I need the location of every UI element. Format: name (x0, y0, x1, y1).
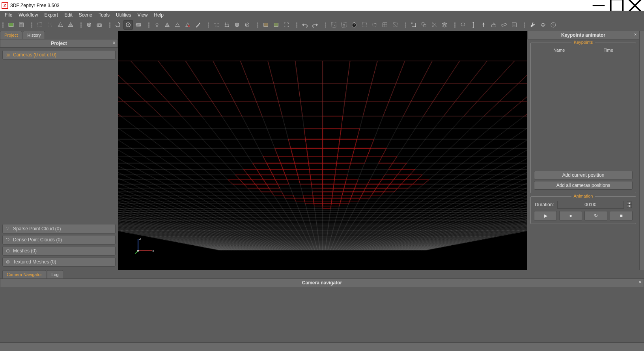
extrude-icon[interactable] (489, 20, 498, 30)
align-icon[interactable] (419, 20, 429, 30)
svg-point-9 (50, 24, 50, 24)
menu-help[interactable]: Help (151, 11, 167, 19)
record-button[interactable]: ● (559, 211, 582, 220)
shade-smooth-icon[interactable] (173, 20, 182, 30)
layers-icon[interactable] (440, 20, 449, 30)
svg-rect-83 (512, 23, 517, 27)
pin-down-icon[interactable] (479, 20, 488, 30)
mesh-icon[interactable] (56, 20, 65, 30)
select-crop-icon[interactable] (390, 20, 400, 30)
svg-line-73 (433, 24, 437, 27)
camera-navigator-header: Camera navigator × (0, 278, 644, 287)
select-lasso-icon[interactable] (370, 20, 379, 30)
svg-point-52 (332, 24, 333, 24)
add-current-position-button[interactable]: Add current position (534, 171, 633, 179)
menu-export[interactable]: Export (41, 11, 61, 19)
tree-sparse[interactable]: Sparse Point Cloud (0) (2, 224, 116, 233)
duration-spinner[interactable]: ▲▼ (627, 202, 632, 208)
help-icon[interactable]: ? (549, 20, 558, 30)
light-icon[interactable] (152, 20, 162, 30)
camera-icon[interactable] (95, 20, 104, 30)
solid-icon[interactable] (232, 20, 242, 30)
tree-cameras[interactable]: Cameras (0 out of 0) (2, 50, 116, 60)
tab-camera-navigator[interactable]: Camera Navigator (2, 270, 46, 278)
new-project-icon[interactable] (6, 20, 16, 30)
camera-small-icon (5, 52, 11, 58)
mesh-wire-icon[interactable] (66, 20, 75, 30)
wrench-icon[interactable] (528, 20, 538, 30)
tree-dense[interactable]: Dense Point Clouds (0) (2, 235, 116, 245)
keypoints-legend: Keypoints (571, 40, 595, 45)
select-rect-icon[interactable] (360, 20, 369, 30)
menu-scene[interactable]: Scene (76, 11, 95, 19)
redo-icon[interactable] (310, 20, 320, 30)
tab-project[interactable]: Project (0, 31, 22, 39)
svg-point-36 (215, 23, 215, 24)
points-small-icon (5, 226, 11, 232)
orbit-icon[interactable] (123, 20, 133, 30)
close-icon[interactable]: × (634, 32, 637, 37)
minimize-button[interactable] (590, 0, 608, 11)
note-icon[interactable] (510, 20, 519, 30)
vertical-scrollbar[interactable] (639, 31, 644, 270)
stop-button[interactable]: ■ (610, 211, 633, 220)
shade-x-icon[interactable] (183, 20, 192, 30)
vertical-icon[interactable] (469, 20, 478, 30)
svg-point-25 (128, 24, 129, 26)
viewport-3d[interactable]: Z X (118, 31, 527, 270)
brush-icon[interactable] (193, 20, 203, 30)
points-tool-icon[interactable] (212, 20, 221, 30)
rotate-icon[interactable] (113, 20, 123, 30)
title-bar: Z 3DF Zephyr Free 3.503 (0, 0, 644, 11)
keypoints-list[interactable] (534, 53, 633, 169)
menu-utilities[interactable]: Utilities (113, 11, 134, 19)
duration-field[interactable]: 00:00 (557, 201, 624, 209)
select-grid-icon[interactable] (380, 20, 390, 30)
undo-icon[interactable] (300, 20, 310, 30)
svg-rect-22 (98, 23, 99, 24)
wasd-icon[interactable]: WASD (134, 20, 143, 30)
play-button[interactable]: ▶ (534, 211, 557, 220)
select-points-icon[interactable] (329, 20, 338, 30)
tab-history[interactable]: History (23, 31, 45, 39)
add-all-cameras-button[interactable]: Add all cameras positions (534, 181, 633, 190)
tree-textured[interactable]: Textured Meshes (0) (2, 257, 116, 267)
svg-marker-23 (118, 22, 119, 24)
select-mesh-icon[interactable] (339, 20, 349, 30)
sparse-cloud-icon[interactable] (45, 20, 55, 30)
lasso-free-icon[interactable] (458, 20, 468, 30)
svg-marker-75 (442, 22, 447, 25)
menu-view[interactable]: View (134, 11, 151, 19)
svg-rect-54 (342, 22, 346, 27)
menu-edit[interactable]: Edit (61, 11, 76, 19)
svg-marker-79 (482, 22, 485, 27)
mesh-tool-icon[interactable] (222, 20, 231, 30)
image-a-icon[interactable] (261, 20, 271, 30)
transform-icon[interactable] (409, 20, 418, 30)
svg-point-94 (7, 230, 7, 230)
loop-button[interactable]: ↻ (584, 211, 607, 220)
camera-navigator-body[interactable] (0, 287, 644, 342)
stopwatch-icon[interactable] (349, 20, 359, 30)
tab-log[interactable]: Log (47, 270, 63, 278)
mask-icon[interactable] (538, 20, 548, 30)
menu-workflow[interactable]: Workflow (15, 11, 41, 19)
save-icon[interactable] (17, 20, 26, 30)
cube-icon[interactable] (84, 20, 94, 30)
wire-solid-icon[interactable] (243, 20, 252, 30)
maximize-button[interactable] (608, 0, 626, 11)
scissors-icon[interactable] (429, 20, 439, 30)
close-icon[interactable]: × (113, 41, 115, 45)
bounding-box-icon[interactable] (35, 20, 45, 30)
shade-flat-icon[interactable] (162, 20, 172, 30)
tree-meshes[interactable]: Meshes (0) (2, 246, 116, 256)
ruler-icon[interactable] (499, 20, 509, 30)
close-button[interactable] (626, 0, 644, 11)
expand-icon[interactable] (282, 20, 291, 30)
menu-file[interactable]: File (2, 11, 15, 19)
image-b-icon[interactable] (271, 20, 281, 30)
project-title: Project (51, 41, 67, 46)
svg-rect-82 (502, 23, 507, 26)
menu-tools[interactable]: Tools (95, 11, 113, 19)
close-icon[interactable]: × (639, 280, 641, 284)
